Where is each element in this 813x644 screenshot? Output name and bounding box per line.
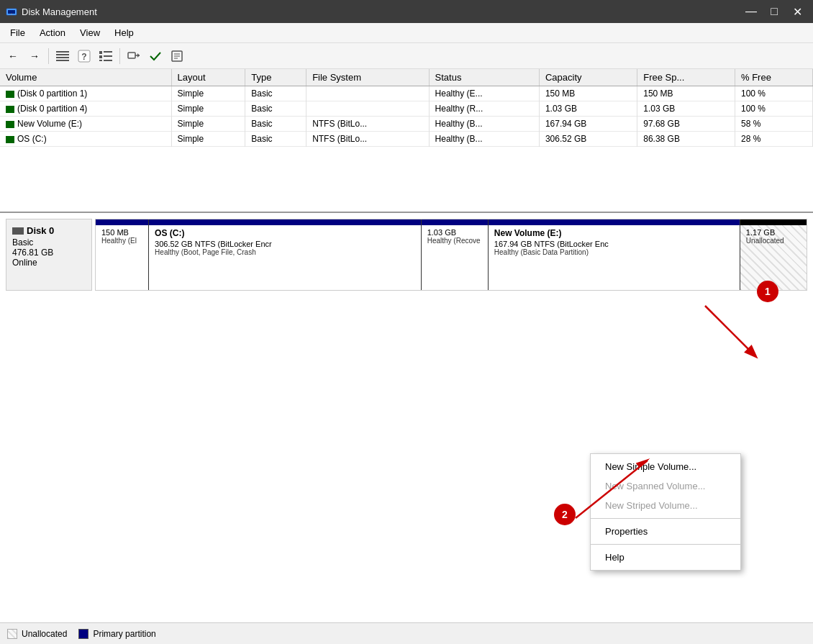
table-row[interactable]: (Disk 0 partition 1) Simple Basic Health… <box>0 86 813 101</box>
table-row[interactable]: OS (C:) Simple Basic NTFS (BitLo... Heal… <box>0 132 813 147</box>
status-bar: Unallocated Primary partition <box>0 622 813 644</box>
check-button[interactable] <box>145 46 165 66</box>
menu-file[interactable]: File <box>3 24 32 41</box>
legend-label-primary: Primary partition <box>93 629 155 639</box>
legend-primary: Primary partition <box>78 629 155 639</box>
partition-header-2 <box>422 219 488 225</box>
cell-volume: New Volume (E:) <box>0 117 171 132</box>
volume-icon <box>6 106 14 113</box>
svg-marker-17 <box>137 53 140 58</box>
svg-rect-12 <box>104 55 112 57</box>
cell-capacity: 1.03 GB <box>539 101 637 117</box>
context-menu: New Simple Volume...New Spanned Volume..… <box>590 453 741 571</box>
legend-box-primary <box>78 629 88 639</box>
ctx-item-new-spanned-volume---: New Spanned Volume... <box>591 476 740 496</box>
menu-action[interactable]: Action <box>32 24 73 41</box>
cell-pct: 28 % <box>735 132 812 147</box>
legend-unallocated: Unallocated <box>7 629 67 639</box>
close-button[interactable]: ✕ <box>787 3 807 20</box>
col-layout: Layout <box>171 69 245 86</box>
toolbar-separator-2 <box>119 48 120 64</box>
cell-status: Healthy (B... <box>429 117 539 132</box>
ctx-separator-5 <box>591 544 740 545</box>
svg-rect-6 <box>56 60 69 61</box>
partition-size-1: 306.52 GB NTFS (BitLocker Encr <box>155 240 415 248</box>
partition-name-1: OS (C:) <box>155 228 415 238</box>
partition-status-1: Healthy (Boot, Page File, Crash <box>155 248 415 256</box>
ctx-separator-3 <box>591 518 740 519</box>
svg-rect-11 <box>99 55 102 58</box>
svg-rect-15 <box>128 53 135 58</box>
partition-4[interactable]: 1.17 GB Unallocated <box>740 219 807 290</box>
partition-status-4: Unallocated <box>746 237 801 245</box>
table-row[interactable]: (Disk 0 partition 4) Simple Basic Health… <box>0 101 813 117</box>
col-capacity: Capacity <box>539 69 637 86</box>
app-window: Disk Management — □ ✕ File Action View H… <box>0 0 813 644</box>
help-button[interactable]: ? <box>74 46 94 66</box>
cell-layout: Simple <box>171 86 245 101</box>
cell-layout: Simple <box>171 101 245 117</box>
volume-icon <box>6 91 14 98</box>
cell-free: 150 MB <box>637 86 735 101</box>
ctx-item-help[interactable]: Help <box>591 548 740 567</box>
cell-filesystem <box>306 86 429 101</box>
cell-status: Healthy (B... <box>429 132 539 147</box>
col-free: Free Sp... <box>637 69 735 86</box>
table-header-row: Volume Layout Type File System Status Ca… <box>0 69 813 86</box>
partition-size-0: 150 MB <box>101 228 142 237</box>
cell-free: 86.38 GB <box>637 132 735 147</box>
title-bar: Disk Management — □ ✕ <box>0 0 813 23</box>
partition-size-2: 1.03 GB <box>427 228 482 237</box>
partition-size-4: 1.17 GB <box>746 228 801 237</box>
partition-status-3: Healthy (Basic Data Partition) <box>494 248 734 256</box>
list-view-button[interactable] <box>53 46 73 66</box>
cell-pct: 100 % <box>735 86 812 101</box>
cell-layout: Simple <box>171 132 245 147</box>
svg-text:?: ? <box>81 52 86 62</box>
cell-layout: Simple <box>171 117 245 132</box>
cell-free: 97.68 GB <box>637 117 735 132</box>
cell-volume: (Disk 0 partition 1) <box>0 86 171 101</box>
col-status: Status <box>429 69 539 86</box>
partition-size-3: 167.94 GB NTFS (BitLocker Enc <box>494 240 734 248</box>
app-icon <box>6 6 17 17</box>
disk-type: Basic <box>12 237 86 248</box>
partition-2[interactable]: 1.03 GB Healthy (Recove <box>422 219 489 290</box>
connect-button[interactable] <box>124 46 144 66</box>
cell-filesystem: NTFS (BitLo... <box>306 132 429 147</box>
cell-type: Basic <box>245 101 306 117</box>
ctx-item-properties[interactable]: Properties <box>591 522 740 541</box>
disk-partitions-0: 150 MB Healthy (El OS (C:) 306.52 GB NTF… <box>95 219 807 291</box>
cell-type: Basic <box>245 117 306 132</box>
menu-view[interactable]: View <box>73 24 107 41</box>
partition-0[interactable]: 150 MB Healthy (El <box>96 219 149 290</box>
partition-1[interactable]: OS (C:) 306.52 GB NTFS (BitLocker Encr H… <box>149 219 422 290</box>
cell-type: Basic <box>245 132 306 147</box>
maximize-button[interactable]: □ <box>764 3 784 20</box>
table-row[interactable]: New Volume (E:) Simple Basic NTFS (BitLo… <box>0 117 813 132</box>
annotation-1: 1 <box>757 281 778 302</box>
forward-button[interactable]: → <box>24 46 45 66</box>
ctx-item-new-simple-volume---[interactable]: New Simple Volume... <box>591 457 740 476</box>
cell-capacity: 150 MB <box>539 86 637 101</box>
col-pct-free: % Free <box>735 69 812 86</box>
minimize-button[interactable]: — <box>741 3 761 20</box>
detail-view-button[interactable] <box>96 46 116 66</box>
svg-rect-14 <box>104 60 112 61</box>
cell-status: Healthy (E... <box>429 86 539 101</box>
properties-button[interactable] <box>167 46 187 66</box>
toolbar-separator-1 <box>48 48 49 64</box>
volume-icon <box>6 121 14 128</box>
partition-status-0: Healthy (El <box>101 237 142 245</box>
back-button[interactable]: ← <box>3 46 23 66</box>
menu-help[interactable]: Help <box>107 24 141 41</box>
cell-free: 1.03 GB <box>637 101 735 117</box>
cell-type: Basic <box>245 86 306 101</box>
partition-3[interactable]: New Volume (E:) 167.94 GB NTFS (BitLocke… <box>489 219 740 290</box>
col-type: Type <box>245 69 306 86</box>
col-volume: Volume <box>0 69 171 86</box>
cell-pct: 100 % <box>735 101 812 117</box>
svg-rect-3 <box>56 51 69 53</box>
disk-state: Online <box>12 258 86 268</box>
cell-volume: OS (C:) <box>0 132 171 147</box>
